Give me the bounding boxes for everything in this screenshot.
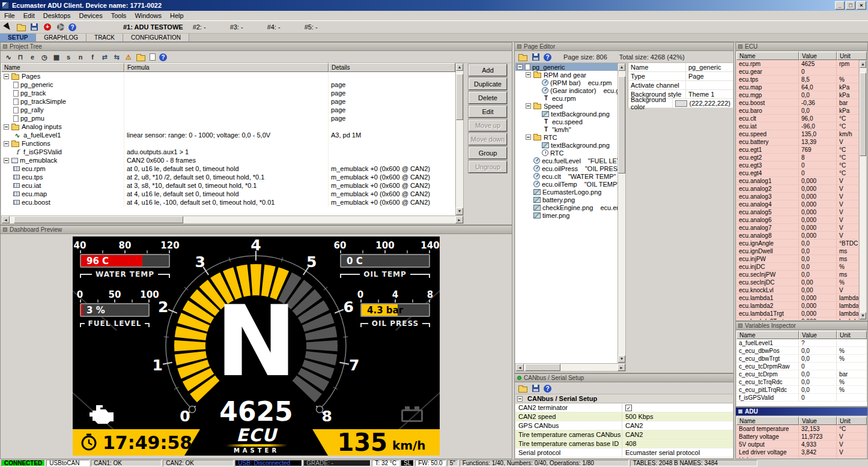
minimize-button[interactable]: _ [835, 1, 845, 10]
channel-row-ecu-secinjdc[interactable]: ecu.secInjDC0,00% [736, 279, 859, 286]
tree-row-pg-rally[interactable]: pg_rallypage [1, 106, 455, 114]
tree-row-ecu-boost[interactable]: ecu.boostat 4, u16 le, -100, default set… [1, 198, 455, 206]
tab-setup[interactable]: SETUP [0, 34, 36, 41]
save-icon[interactable] [532, 53, 539, 61]
page-editor-vertical-scrollbar[interactable]: ▲ ▼ [618, 63, 626, 363]
tree-row-ecu-map[interactable]: ecu.mapat 4, u16 le, default set 0, time… [1, 190, 455, 198]
menu-edit[interactable]: Edit [19, 11, 39, 20]
save-icon[interactable] [31, 23, 38, 31]
tab-configuration[interactable]: CONFIGURATION [123, 34, 189, 41]
column-header-value[interactable]: Value [799, 331, 837, 339]
record-icon[interactable] [44, 23, 51, 31]
scroll-down-icon[interactable]: ▼ [860, 312, 866, 319]
page-element-ecumasterlogo-png[interactable]: EcumasterLogo.png [515, 188, 618, 196]
s-channel-icon[interactable]: s [63, 52, 74, 62]
column-header-name[interactable]: Name [736, 331, 799, 339]
page-element-km-h[interactable]: "km/h" [515, 125, 618, 133]
menu-file[interactable]: File [0, 11, 19, 20]
analog-input-icon[interactable]: ∿ [3, 52, 14, 62]
device-tab-5[interactable]: #5: - [296, 23, 333, 31]
page-element-textbackground-png[interactable]: textBackground.png [515, 141, 618, 149]
tree-row-pg-generic[interactable]: pg_genericpage [1, 80, 455, 89]
page-element-rpm-and-gear[interactable]: RPM and gear [515, 71, 618, 79]
column-header-formula[interactable]: Formula [124, 63, 329, 72]
timer-icon[interactable]: ◷ [39, 52, 50, 62]
expander-icon[interactable] [4, 74, 9, 79]
expander-icon[interactable] [4, 141, 9, 146]
scroll-right-icon[interactable]: ► [455, 216, 463, 223]
open-icon[interactable] [518, 55, 527, 61]
menu-desktops[interactable]: Desktops [39, 11, 75, 20]
channel-row-ecu-egt4[interactable]: ecu.egt40°C [736, 169, 859, 177]
move-down-button[interactable]: Move down [469, 133, 507, 145]
channel-row-c-ecu-tcdrpmraw[interactable]: c_ecu_tcDrpmRaw0 [736, 363, 867, 370]
channel-row-ecu-analog4[interactable]: ecu.analog40,000V [736, 200, 859, 208]
page-element-ecu-rpm[interactable]: ecu.rpm [515, 94, 618, 102]
tree-row-pages[interactable]: Pages [1, 72, 455, 80]
channel-row-ecu-baro[interactable]: ecu.baro0,0kPa [736, 107, 859, 115]
channel-row-5v-output[interactable]: 5V output4,933V [736, 441, 867, 448]
channel-row-battery-voltage[interactable]: Battery voltage11,9723V [736, 433, 867, 441]
ungroup-button[interactable]: Ungroup [469, 161, 507, 173]
column-header-name[interactable]: Name [736, 417, 799, 425]
channel-row-f-isgpsvalid[interactable]: f_isGPSValid0 [736, 394, 867, 402]
channel-row-ecu-mgp[interactable]: ecu.mgp0,0kPa [736, 91, 859, 99]
scroll-thumb[interactable] [14, 216, 183, 223]
page-element-pg-generic[interactable]: pg_generic [515, 63, 618, 71]
scroll-right-icon[interactable]: ► [618, 364, 625, 371]
tree-row-ecu-tps[interactable]: ecu.tpsat 2, u8, *10 /2, default set 0, … [1, 173, 455, 181]
tab-graphlog[interactable]: GRAPHLOG [36, 34, 86, 41]
can-rx-icon[interactable]: ⇄ [99, 52, 110, 62]
page-element-rpm-bar[interactable]: (RPM bar)ecu.rpm [515, 79, 618, 86]
new-page-icon[interactable] [150, 53, 156, 61]
page-element-checkengine-png[interactable]: checkEngine.pngecu.errorFlags [515, 203, 618, 211]
adu-header[interactable]: ADU [736, 408, 867, 416]
channel-row-board-temperature[interactable]: Board temperature32,153°C [736, 425, 867, 433]
scroll-thumb[interactable] [525, 364, 560, 371]
setting-can2-speed[interactable]: CAN2 speed500 Kbps [515, 412, 733, 421]
column-header-name[interactable]: Name [736, 52, 799, 60]
tree-vertical-scrollbar[interactable]: ▲ ▼ [455, 63, 464, 215]
tree-row-pg-track[interactable]: pg_trackpage [1, 89, 455, 97]
page-element-ecu-oilpress[interactable]: ecu.oilPress"OIL PRESS"battery [515, 164, 618, 172]
scroll-up-icon[interactable]: ▲ [860, 61, 866, 68]
device-tab-4[interactable]: #4: - [259, 23, 296, 31]
help-icon[interactable]: ? [544, 385, 551, 393]
channel-row-ecu-lambda2trgt[interactable]: ecu.lambda2Trgt0,000lambda [736, 318, 859, 320]
page-editor-header[interactable]: Page Editor [515, 43, 733, 51]
scroll-left-icon[interactable]: ◄ [516, 364, 524, 371]
setting-serial-protocol[interactable]: Serial protocolEcumaster serial protocol [515, 448, 733, 457]
scroll-up-icon[interactable]: ▲ [618, 64, 625, 71]
tree-row-analog-inputs[interactable]: Analog inputs [1, 122, 455, 131]
column-header-details[interactable]: Details [329, 63, 455, 72]
channel-row-ecu-injdc[interactable]: ecu.injDC0,0% [736, 263, 859, 271]
column-header-value[interactable]: Value [799, 52, 837, 60]
setting-tire-temperature-cameras-canbus[interactable]: Tire temperature cameras CANbusCAN2 [515, 430, 733, 439]
channel-row-c-ecu-tctrqrdc[interactable]: c_ecu_tcTrqRdc0,0% [736, 378, 867, 386]
channel-row-a-fuellevel1[interactable]: a_fuelLevel1? [736, 339, 867, 347]
duplicate-button[interactable]: Duplicate [469, 78, 507, 90]
channel-row-ecu-lambda1trgt[interactable]: ecu.lambda1Trgt0,000lambda [736, 310, 859, 318]
channel-row-ecu-analog3[interactable]: ecu.analog30,000V [736, 193, 859, 200]
add-button[interactable]: Add [469, 64, 507, 76]
scroll-up-icon[interactable]: ▲ [456, 64, 463, 71]
channel-row-ecu-tps[interactable]: ecu.tps8,5% [736, 76, 859, 83]
settings-icon[interactable] [57, 23, 64, 31]
column-header-unit[interactable]: Unit [837, 52, 867, 60]
e-channel-icon[interactable]: e [27, 52, 38, 62]
channel-row-ecu-egt2[interactable]: ecu.egt28°C [736, 154, 859, 161]
channel-row-led-driver-voltage[interactable]: Led driver voltage3,842V [736, 448, 867, 456]
page-editor-horizontal-scrollbar[interactable]: ◄ ► [515, 363, 626, 372]
page-element-gear-indicator[interactable]: (Gear indicator)ecu.gear [515, 86, 618, 94]
page-element-ecu-oiltemp[interactable]: ecu.oilTemp"OIL TEMP" [515, 180, 618, 188]
device-tab-3[interactable]: #3: - [222, 23, 259, 31]
scroll-thumb[interactable] [860, 73, 866, 155]
collapse-icon[interactable] [517, 396, 523, 402]
channel-row-ecu-lambda2[interactable]: ecu.lambda20,000lambda [736, 302, 859, 310]
expander-icon[interactable] [526, 103, 531, 109]
channel-row-ecu-rpm[interactable]: ecu.rpm4625rpm [736, 60, 859, 68]
save-icon[interactable] [532, 385, 539, 392]
channel-row-c-ecu-dbwpos[interactable]: c_ecu_dbwPos0,0% [736, 347, 867, 355]
channel-row-ecu-secinjpw[interactable]: ecu.secInjPW0,0ms [736, 271, 859, 279]
channel-row-ecu-knocklvl[interactable]: ecu.knockLvl0,00V [736, 286, 859, 294]
